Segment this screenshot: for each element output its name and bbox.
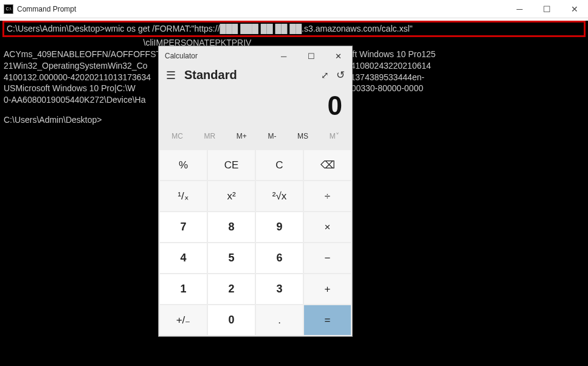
digit-0-button[interactable]: 0 (208, 305, 255, 335)
sqrt-button[interactable]: ²√x (256, 181, 303, 211)
negate-button[interactable]: +/₋ (160, 305, 207, 335)
cmd-icon: C:\ (4, 4, 13, 14)
calc-display: 0 (159, 87, 352, 128)
calc-header: ☰ Standard ⤢ ↺ (159, 66, 352, 87)
digit-7-button[interactable]: 7 (160, 212, 207, 242)
equals-button[interactable]: = (304, 305, 351, 335)
digit-1-button[interactable]: 1 (160, 274, 207, 304)
cmd-window-controls: ─ ☐ ✕ (506, 0, 588, 18)
square-button[interactable]: x² (208, 181, 255, 211)
minimize-button[interactable]: ─ (270, 46, 297, 66)
calc-title: Calculator (165, 52, 270, 60)
keep-on-top-icon[interactable]: ⤢ (321, 70, 329, 81)
digit-2-button[interactable]: 2 (208, 274, 255, 304)
close-button[interactable]: ✕ (561, 0, 588, 18)
digit-8-button[interactable]: 8 (208, 212, 255, 242)
memory-clear-button[interactable]: MC (167, 129, 188, 143)
cmd-title: Command Prompt (17, 5, 506, 13)
reciprocal-button[interactable]: ¹/ₓ (160, 181, 207, 211)
calc-window-controls: ─ ☐ ✕ (270, 46, 352, 66)
multiply-button[interactable]: × (304, 212, 351, 242)
backspace-button[interactable]: ⌫ (304, 150, 351, 180)
calc-mode-label: Standard (184, 68, 321, 82)
percent-button[interactable]: % (160, 150, 207, 180)
decimal-button[interactable]: . (256, 305, 303, 335)
calc-titlebar[interactable]: Calculator ─ ☐ ✕ (159, 46, 352, 66)
digit-3-button[interactable]: 3 (256, 274, 303, 304)
memory-list-button[interactable]: M˅ (325, 129, 344, 143)
cmd-highlighted-command: C:\Users\Admin\Desktop>wmic os get /FORM… (2, 21, 586, 37)
calculator-window: Calculator ─ ☐ ✕ ☰ Standard ⤢ ↺ 0 MC MR … (158, 46, 353, 337)
digit-5-button[interactable]: 5 (208, 243, 255, 273)
digit-4-button[interactable]: 4 (160, 243, 207, 273)
hamburger-icon[interactable]: ☰ (166, 69, 176, 82)
memory-recall-button[interactable]: MR (199, 129, 221, 143)
cmd-titlebar[interactable]: C:\ Command Prompt ─ ☐ ✕ (0, 0, 588, 18)
digit-9-button[interactable]: 9 (256, 212, 303, 242)
add-button[interactable]: + (304, 274, 351, 304)
close-button[interactable]: ✕ (325, 46, 352, 66)
subtract-button[interactable]: − (304, 243, 351, 273)
minimize-button[interactable]: ─ (506, 0, 533, 18)
clear-button[interactable]: C (256, 150, 303, 180)
memory-subtract-button[interactable]: M- (263, 129, 281, 143)
history-icon[interactable]: ↺ (336, 69, 345, 81)
divide-button[interactable]: ÷ (304, 181, 351, 211)
clear-entry-button[interactable]: CE (208, 150, 255, 180)
memory-add-button[interactable]: M+ (232, 129, 252, 143)
digit-6-button[interactable]: 6 (256, 243, 303, 273)
calc-memory-row: MC MR M+ M- MS M˅ (159, 128, 352, 149)
calc-keypad: % CE C ⌫ ¹/ₓ x² ²√x ÷ 7 8 9 × 4 5 6 − 1 … (159, 149, 352, 336)
maximize-button[interactable]: ☐ (297, 46, 325, 66)
memory-store-button[interactable]: MS (292, 129, 313, 143)
maximize-button[interactable]: ☐ (533, 0, 561, 18)
